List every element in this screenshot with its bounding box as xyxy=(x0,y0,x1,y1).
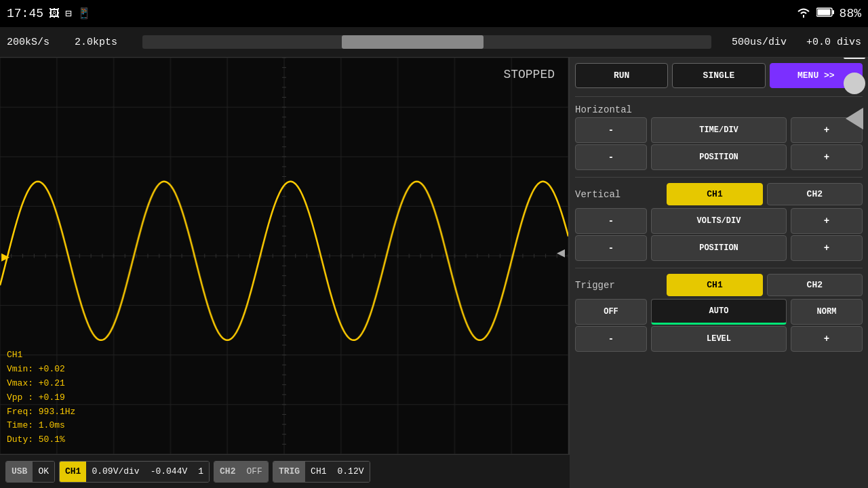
side-circle-button[interactable] xyxy=(844,73,865,94)
ch2-status-chip[interactable]: CH2 OFF xyxy=(214,461,269,483)
side-back-button[interactable] xyxy=(846,108,863,129)
measurements: CH1 Vmin: +0.02 Vmax: +0.21 Vpp : +0.19 … xyxy=(7,348,75,447)
time-div-button[interactable]: TIME/DIV xyxy=(651,117,787,143)
usb-label: USB xyxy=(6,462,33,482)
time-div: 500us/div xyxy=(732,37,793,48)
duty-value: Duty: 50.1% xyxy=(7,433,75,447)
ground-arrow: ▶ xyxy=(1,248,9,265)
trig-level: 0.12V xyxy=(332,462,370,482)
freq-value: Freq: 993.1Hz xyxy=(7,405,75,420)
trigger-level-row: - LEVEL + xyxy=(575,326,863,352)
toolbar: 200kS/s 2.0kpts 500us/div +0.0 divs xyxy=(0,27,868,58)
time-div-row: - TIME/DIV + xyxy=(575,117,863,143)
v-pos-plus-button[interactable]: + xyxy=(791,235,863,261)
top-buttons: RUN SINGLE MENU >> xyxy=(575,63,863,88)
h-position-button[interactable]: POSITION xyxy=(651,144,787,170)
volts-div-button[interactable]: VOLTS/DIV xyxy=(651,208,787,234)
stopped-label: STOPPED xyxy=(503,68,555,81)
ch1-status-label: CH1 xyxy=(60,462,86,482)
single-button[interactable]: SINGLE xyxy=(672,63,765,88)
ch1-label: CH1 xyxy=(7,348,75,363)
trig-channel: CH1 xyxy=(305,462,332,482)
mem-depth: 2.0kpts xyxy=(75,37,122,48)
trigger-mode-row: OFF AUTO NORM xyxy=(575,299,863,325)
trig-level-minus-button[interactable]: - xyxy=(575,326,647,352)
v-pos-minus-button[interactable]: - xyxy=(575,235,647,261)
ch1-coupling: 1 xyxy=(193,462,209,482)
status-bar: 17:45 🖼 ⊟ 📱 88% xyxy=(0,0,868,27)
volts-div-row: - VOLTS/DIV + xyxy=(575,208,863,234)
battery-percent: 88% xyxy=(840,7,861,20)
scope-area: STOPPED ◀ ▶ CH1 Vmin: +0.02 Vmax: +0.21 … xyxy=(0,58,570,454)
trigger-label: Trigger xyxy=(575,278,663,293)
divider-1 xyxy=(575,96,863,97)
ch1-status-chip[interactable]: CH1 0.09V/div -0.044V 1 xyxy=(59,461,210,483)
horizontal-section: Horizontal - TIME/DIV + - POSITION + xyxy=(575,102,863,171)
run-button[interactable]: RUN xyxy=(575,63,668,88)
vertical-section: Vertical CH1 CH2 - VOLTS/DIV + - POSITIO… xyxy=(575,183,863,262)
h-pos-minus-button[interactable]: - xyxy=(575,144,647,170)
h-time-minus-button[interactable]: - xyxy=(575,117,647,143)
time-value: Time: 1.0ms xyxy=(7,419,75,433)
time-display: 17:45 xyxy=(7,7,43,20)
ok-value: OK xyxy=(33,462,54,482)
vpp-value: Vpp : +0.19 xyxy=(7,391,75,405)
h-pos-plus-button[interactable]: + xyxy=(791,144,863,170)
scroll-bar[interactable] xyxy=(142,35,711,49)
layers-icon: ⊟ xyxy=(65,7,72,20)
trig-off-button[interactable]: OFF xyxy=(575,299,647,325)
status-left: 17:45 🖼 ⊟ 📱 xyxy=(7,7,91,20)
ch2-status-value: OFF xyxy=(241,462,267,482)
wifi-icon xyxy=(796,7,811,21)
bottom-bar: USB OK CH1 0.09V/div -0.044V 1 CH2 OFF T… xyxy=(0,454,570,488)
trigger-ch1-button[interactable]: CH1 xyxy=(667,274,762,296)
level-button[interactable]: LEVEL xyxy=(651,326,787,352)
ch1-offset: -0.044V xyxy=(145,462,193,482)
trig-level-plus-button[interactable]: + xyxy=(791,326,863,352)
trig-status-chip: TRIG CH1 0.12V xyxy=(273,461,370,483)
vmin-value: Vmin: +0.02 xyxy=(7,363,75,377)
trigger-section: Trigger CH1 CH2 OFF AUTO NORM - LEVEL + xyxy=(575,274,863,353)
vertical-ch2-button[interactable]: CH2 xyxy=(767,183,863,205)
trig-norm-button[interactable]: NORM xyxy=(791,299,863,325)
v-position-button[interactable]: POSITION xyxy=(651,235,787,261)
vertical-ch1-button[interactable]: CH1 xyxy=(667,183,762,205)
image-icon: 🖼 xyxy=(49,7,60,20)
phone-icon: 📱 xyxy=(77,7,91,20)
svg-rect-2 xyxy=(817,9,830,16)
trig-status-label: TRIG xyxy=(273,462,305,482)
divider-3 xyxy=(575,268,863,268)
divider-2 xyxy=(575,177,863,178)
vertical-label: Vertical xyxy=(575,187,663,202)
position: +0.0 divs xyxy=(806,37,861,48)
ch1-vdiv: 0.09V/div xyxy=(86,462,144,482)
status-right: 88% xyxy=(796,7,861,21)
scroll-thumb xyxy=(342,35,484,49)
trigger-arrow: ◀ xyxy=(557,244,565,261)
right-panel: RUN SINGLE MENU >> Horizontal - TIME/DIV… xyxy=(570,58,868,488)
svg-rect-1 xyxy=(832,10,834,14)
v-position-row: - POSITION + xyxy=(575,235,863,261)
vmax-value: Vmax: +0.21 xyxy=(7,377,75,391)
trigger-ch2-button[interactable]: CH2 xyxy=(767,274,863,296)
h-position-row: - POSITION + xyxy=(575,144,863,170)
sample-rate: 200kS/s xyxy=(7,37,61,48)
ch2-status-label: CH2 xyxy=(214,462,241,482)
horizontal-label: Horizontal xyxy=(575,102,863,117)
v-volts-minus-button[interactable]: - xyxy=(575,208,647,234)
trig-auto-button[interactable]: AUTO xyxy=(651,299,787,325)
usb-ok-chip: USB OK xyxy=(5,461,55,483)
scope-canvas xyxy=(0,58,568,454)
battery-icon xyxy=(816,7,834,20)
v-volts-plus-button[interactable]: + xyxy=(791,208,863,234)
